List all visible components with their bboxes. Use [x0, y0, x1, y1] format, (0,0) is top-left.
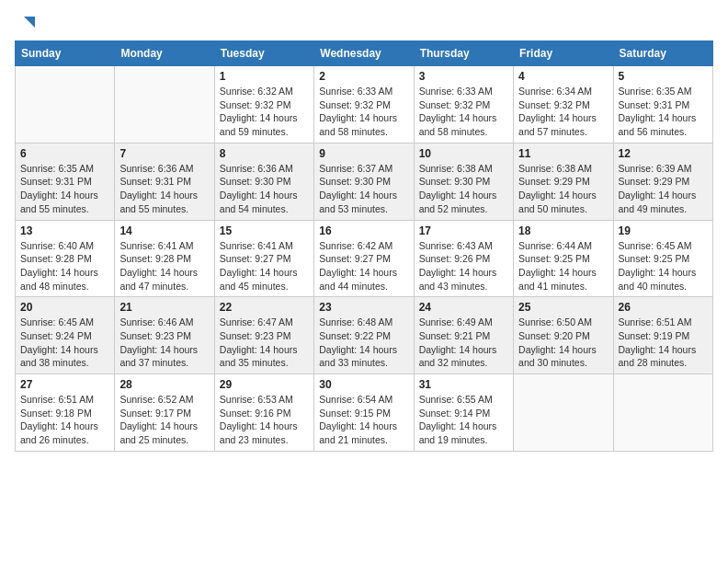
- day-number: 22: [220, 301, 309, 314]
- day-info: Sunrise: 6:42 AM Sunset: 9:27 PM Dayligh…: [319, 239, 408, 293]
- calendar-cell: 17Sunrise: 6:43 AM Sunset: 9:26 PM Dayli…: [414, 220, 513, 297]
- calendar-week-row: 1Sunrise: 6:32 AM Sunset: 9:32 PM Daylig…: [16, 66, 713, 144]
- calendar-cell: 19Sunrise: 6:45 AM Sunset: 9:25 PM Dayli…: [613, 220, 712, 297]
- calendar-week-row: 27Sunrise: 6:51 AM Sunset: 9:18 PM Dayli…: [16, 374, 713, 452]
- day-info: Sunrise: 6:37 AM Sunset: 9:30 PM Dayligh…: [319, 162, 408, 216]
- day-number: 23: [319, 301, 408, 314]
- day-number: 27: [20, 378, 109, 391]
- calendar-cell: 21Sunrise: 6:46 AM Sunset: 9:23 PM Dayli…: [115, 297, 214, 374]
- day-info: Sunrise: 6:49 AM Sunset: 9:21 PM Dayligh…: [419, 316, 508, 370]
- calendar-cell: 8Sunrise: 6:36 AM Sunset: 9:30 PM Daylig…: [214, 143, 313, 220]
- day-number: 11: [518, 147, 608, 160]
- day-info: Sunrise: 6:38 AM Sunset: 9:29 PM Dayligh…: [518, 162, 608, 216]
- calendar-cell: 23Sunrise: 6:48 AM Sunset: 9:22 PM Dayli…: [314, 297, 414, 374]
- day-number: 1: [220, 70, 309, 83]
- day-info: Sunrise: 6:36 AM Sunset: 9:31 PM Dayligh…: [119, 162, 209, 216]
- day-number: 26: [619, 301, 708, 314]
- day-info: Sunrise: 6:46 AM Sunset: 9:23 PM Dayligh…: [119, 316, 209, 370]
- calendar-cell: 7Sunrise: 6:36 AM Sunset: 9:31 PM Daylig…: [115, 143, 214, 220]
- day-number: 6: [20, 147, 109, 160]
- calendar-cell: 1Sunrise: 6:32 AM Sunset: 9:32 PM Daylig…: [214, 66, 313, 144]
- day-number: 24: [419, 301, 508, 314]
- day-info: Sunrise: 6:50 AM Sunset: 9:20 PM Dayligh…: [518, 316, 608, 370]
- day-number: 17: [419, 224, 508, 237]
- calendar-header-row: SundayMondayTuesdayWednesdayThursdayFrid…: [16, 41, 713, 66]
- day-number: 28: [119, 378, 209, 391]
- day-number: 13: [20, 224, 109, 237]
- calendar-cell: 26Sunrise: 6:51 AM Sunset: 9:19 PM Dayli…: [613, 297, 712, 374]
- day-info: Sunrise: 6:45 AM Sunset: 9:25 PM Dayligh…: [619, 239, 708, 293]
- calendar-week-row: 13Sunrise: 6:40 AM Sunset: 9:28 PM Dayli…: [16, 220, 713, 297]
- day-info: Sunrise: 6:39 AM Sunset: 9:29 PM Dayligh…: [619, 162, 708, 216]
- calendar-cell: 14Sunrise: 6:41 AM Sunset: 9:28 PM Dayli…: [115, 220, 214, 297]
- day-number: 19: [619, 224, 708, 237]
- day-number: 9: [319, 147, 408, 160]
- day-info: Sunrise: 6:55 AM Sunset: 9:14 PM Dayligh…: [419, 393, 508, 447]
- calendar-cell: 5Sunrise: 6:35 AM Sunset: 9:31 PM Daylig…: [613, 66, 712, 144]
- day-number: 14: [119, 224, 209, 237]
- calendar-cell: 20Sunrise: 6:45 AM Sunset: 9:24 PM Dayli…: [16, 297, 115, 374]
- day-info: Sunrise: 6:33 AM Sunset: 9:32 PM Dayligh…: [319, 85, 408, 139]
- day-info: Sunrise: 6:36 AM Sunset: 9:30 PM Dayligh…: [220, 162, 309, 216]
- day-number: 2: [319, 70, 408, 83]
- day-info: Sunrise: 6:32 AM Sunset: 9:32 PM Dayligh…: [220, 85, 309, 139]
- day-info: Sunrise: 6:52 AM Sunset: 9:17 PM Dayligh…: [119, 393, 209, 447]
- day-number: 7: [119, 147, 209, 160]
- logo-icon: [17, 13, 37, 33]
- calendar-cell: 16Sunrise: 6:42 AM Sunset: 9:27 PM Dayli…: [314, 220, 414, 297]
- day-info: Sunrise: 6:53 AM Sunset: 9:16 PM Dayligh…: [220, 393, 309, 447]
- day-info: Sunrise: 6:44 AM Sunset: 9:25 PM Dayligh…: [518, 239, 608, 293]
- day-number: 5: [619, 70, 708, 83]
- calendar-cell: 6Sunrise: 6:35 AM Sunset: 9:31 PM Daylig…: [16, 143, 115, 220]
- calendar-week-row: 20Sunrise: 6:45 AM Sunset: 9:24 PM Dayli…: [16, 297, 713, 374]
- day-number: 21: [119, 301, 209, 314]
- weekday-header: Tuesday: [214, 41, 313, 66]
- day-number: 31: [419, 378, 508, 391]
- day-info: Sunrise: 6:35 AM Sunset: 9:31 PM Dayligh…: [20, 162, 109, 216]
- day-number: 30: [319, 378, 408, 391]
- day-number: 29: [220, 378, 309, 391]
- calendar-cell: 3Sunrise: 6:33 AM Sunset: 9:32 PM Daylig…: [414, 66, 513, 144]
- calendar-cell: 11Sunrise: 6:38 AM Sunset: 9:29 PM Dayli…: [514, 143, 613, 220]
- day-number: 15: [220, 224, 309, 237]
- page-header: [15, 15, 713, 29]
- day-number: 18: [518, 224, 608, 237]
- day-info: Sunrise: 6:43 AM Sunset: 9:26 PM Dayligh…: [419, 239, 508, 293]
- day-info: Sunrise: 6:33 AM Sunset: 9:32 PM Dayligh…: [419, 85, 508, 139]
- calendar-cell: 31Sunrise: 6:55 AM Sunset: 9:14 PM Dayli…: [414, 374, 513, 452]
- calendar-cell: 4Sunrise: 6:34 AM Sunset: 9:32 PM Daylig…: [514, 66, 613, 144]
- day-info: Sunrise: 6:41 AM Sunset: 9:27 PM Dayligh…: [220, 239, 309, 293]
- logo: [15, 15, 37, 29]
- calendar-cell: 2Sunrise: 6:33 AM Sunset: 9:32 PM Daylig…: [314, 66, 414, 144]
- calendar-cell: 15Sunrise: 6:41 AM Sunset: 9:27 PM Dayli…: [214, 220, 313, 297]
- calendar-cell: 24Sunrise: 6:49 AM Sunset: 9:21 PM Dayli…: [414, 297, 513, 374]
- day-number: 12: [619, 147, 708, 160]
- calendar-cell: 28Sunrise: 6:52 AM Sunset: 9:17 PM Dayli…: [115, 374, 214, 452]
- day-number: 25: [518, 301, 608, 314]
- calendar-cell: 30Sunrise: 6:54 AM Sunset: 9:15 PM Dayli…: [314, 374, 414, 452]
- day-number: 3: [419, 70, 508, 83]
- day-info: Sunrise: 6:40 AM Sunset: 9:28 PM Dayligh…: [20, 239, 109, 293]
- day-info: Sunrise: 6:34 AM Sunset: 9:32 PM Dayligh…: [518, 85, 608, 139]
- calendar-cell: 12Sunrise: 6:39 AM Sunset: 9:29 PM Dayli…: [613, 143, 712, 220]
- calendar-table: SundayMondayTuesdayWednesdayThursdayFrid…: [15, 40, 713, 452]
- day-info: Sunrise: 6:35 AM Sunset: 9:31 PM Dayligh…: [619, 85, 708, 139]
- day-number: 20: [20, 301, 109, 314]
- calendar-cell: 18Sunrise: 6:44 AM Sunset: 9:25 PM Dayli…: [514, 220, 613, 297]
- day-info: Sunrise: 6:45 AM Sunset: 9:24 PM Dayligh…: [20, 316, 109, 370]
- day-number: 10: [419, 147, 508, 160]
- day-info: Sunrise: 6:51 AM Sunset: 9:18 PM Dayligh…: [20, 393, 109, 447]
- day-info: Sunrise: 6:51 AM Sunset: 9:19 PM Dayligh…: [619, 316, 708, 370]
- svg-marker-0: [24, 17, 35, 28]
- calendar-cell: [613, 374, 712, 452]
- calendar-cell: 29Sunrise: 6:53 AM Sunset: 9:16 PM Dayli…: [214, 374, 313, 452]
- weekday-header: Sunday: [16, 41, 115, 66]
- day-info: Sunrise: 6:48 AM Sunset: 9:22 PM Dayligh…: [319, 316, 408, 370]
- day-number: 16: [319, 224, 408, 237]
- calendar-cell: [514, 374, 613, 452]
- day-info: Sunrise: 6:41 AM Sunset: 9:28 PM Dayligh…: [119, 239, 209, 293]
- day-number: 8: [220, 147, 309, 160]
- weekday-header: Thursday: [414, 41, 513, 66]
- weekday-header: Monday: [115, 41, 214, 66]
- calendar-cell: 22Sunrise: 6:47 AM Sunset: 9:23 PM Dayli…: [214, 297, 313, 374]
